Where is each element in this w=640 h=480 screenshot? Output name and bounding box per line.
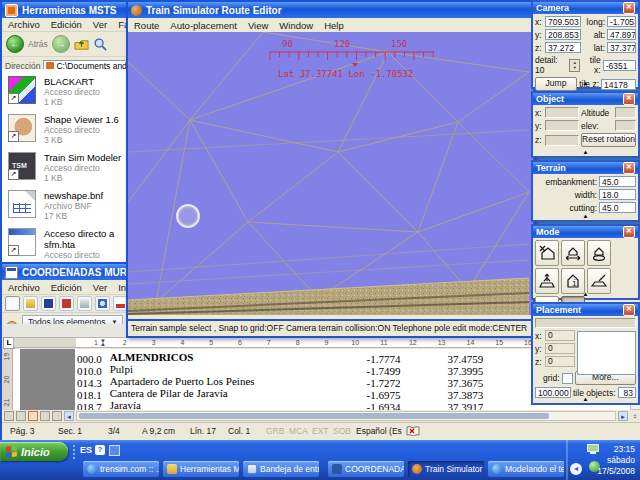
print-view-button[interactable] [28, 411, 38, 421]
camera-y-field[interactable]: 208.853 [545, 29, 581, 40]
terrain-panel-titlebar[interactable]: Terrain ✕ [533, 162, 638, 174]
embankment-field[interactable]: 45.0 [599, 176, 636, 187]
task-button-1[interactable]: trensim.com :: ... [83, 461, 159, 477]
menu-route[interactable]: Route [134, 20, 159, 31]
status-toggle-grb[interactable]: GRB [266, 426, 284, 436]
menu-ver[interactable]: Ver [93, 19, 107, 30]
camera-lat-field[interactable]: 37.37741 [607, 42, 636, 53]
table-row[interactable]: 018.7 Jaravía -1.6934 37.3917 [77, 399, 483, 410]
status-toggle-sob[interactable]: SOB [333, 426, 351, 436]
file-list-item[interactable]: ↗ BLACKART Acceso directo 1 KB [8, 76, 126, 107]
object-collapse-icon[interactable]: ▲ [533, 148, 638, 156]
reading-view-button[interactable] [52, 411, 62, 421]
placement-object-combo[interactable] [535, 318, 636, 328]
open-icon[interactable] [23, 296, 38, 311]
object-y-field[interactable] [545, 120, 579, 131]
reset-rotation-button[interactable]: Reset rotation [581, 133, 636, 147]
placement-object-list[interactable] [577, 331, 636, 375]
status-toggle-mca[interactable]: MCA [289, 426, 308, 436]
object-x-field[interactable] [545, 107, 579, 118]
status-language[interactable]: Español (Es [356, 426, 402, 436]
camera-x-field[interactable]: 709.503 [545, 16, 581, 27]
word-menu-ver[interactable]: Ver [93, 282, 107, 293]
camera-long-field[interactable]: -1.70532 [607, 16, 636, 27]
menu-auto-placement[interactable]: Auto-placement [170, 20, 237, 31]
placement-z-field[interactable]: 0 [545, 356, 575, 367]
word-menu-archivo[interactable]: Archivo [8, 282, 40, 293]
task-button-4[interactable]: COORDENADAS... [328, 461, 404, 477]
menu-edicion[interactable]: Edición [51, 19, 82, 30]
file-list-item[interactable]: ↗ Train Sim Modeler Acceso directo 1 KB [8, 152, 126, 183]
outline-view-button[interactable] [40, 411, 50, 421]
horizontal-scrollbar[interactable] [76, 411, 616, 421]
mail-icon[interactable] [59, 296, 74, 311]
close-icon[interactable]: ✕ [623, 304, 635, 316]
menu-archivo[interactable]: Archivo [8, 19, 40, 30]
print-icon[interactable] [77, 296, 92, 311]
hanging-indent-marker[interactable]: ▲ [100, 341, 106, 347]
scroll-right-icon[interactable]: ▸ [618, 411, 628, 421]
close-icon[interactable]: ✕ [623, 2, 635, 14]
tray-clock[interactable]: 23:15 sábado 17/5/2008 [583, 441, 638, 479]
word-menu-edicion[interactable]: Edición [51, 282, 82, 293]
terrain-collapse-icon[interactable]: ▲ [533, 212, 638, 220]
route-editor-viewport[interactable]: 90 120 150 Lat 37.37741 Lon -1.70532 [128, 32, 533, 315]
file-list-item[interactable]: ↗ Shape Viewer 1.6 Acceso directo 3 KB [8, 114, 126, 145]
web-view-button[interactable] [16, 411, 26, 421]
mode-rotate-object-button[interactable] [587, 240, 611, 266]
horizontal-scroll-thumb[interactable] [79, 413, 549, 419]
mode-panel-titlebar[interactable]: Mode ✕ [533, 226, 638, 238]
start-button[interactable]: Inicio [0, 442, 68, 461]
new-document-icon[interactable] [5, 296, 20, 311]
placement-collapse-icon[interactable]: ▲ [533, 395, 638, 403]
width-field[interactable]: 18.0 [599, 189, 636, 200]
mode-select-object-button[interactable] [535, 240, 559, 266]
language-indicator[interactable]: ES [80, 445, 92, 455]
camera-tilex-field[interactable]: -6351 [603, 60, 636, 71]
placement-x-field[interactable]: 0 [545, 330, 575, 341]
object-elev-field[interactable] [615, 120, 636, 131]
task-button-3[interactable]: Bandeja de entr... [243, 461, 319, 477]
back-icon[interactable]: ← [6, 35, 24, 53]
menu-view[interactable]: View [248, 20, 268, 31]
taskbar-handle[interactable] [73, 443, 75, 459]
task-button-2[interactable]: Herramientas M... [163, 461, 239, 477]
print-preview-icon[interactable] [95, 296, 110, 311]
detail-spinner[interactable]: ▲▼ [569, 59, 579, 72]
save-icon[interactable] [41, 296, 56, 311]
explorer-titlebar[interactable]: Herramientas MSTS [2, 2, 132, 18]
camera-alt-field[interactable]: 47.897 [607, 29, 636, 40]
back-label[interactable]: Atrás [28, 39, 48, 49]
tray-chevron-icon[interactable]: ◂ [570, 463, 582, 475]
placement-panel-titlebar[interactable]: Placement ✕ [533, 304, 638, 316]
grid-checkbox[interactable] [562, 373, 573, 384]
camera-panel-titlebar[interactable]: Camera ✕ [533, 2, 638, 14]
vertical-ruler[interactable]: 192021 [2, 349, 13, 410]
mode-move-object-button[interactable] [561, 240, 585, 266]
menu-help[interactable]: Help [324, 20, 344, 31]
close-icon[interactable]: ✕ [623, 162, 635, 174]
forward-icon[interactable]: → [52, 35, 70, 53]
close-icon[interactable]: ✕ [623, 93, 635, 105]
object-altitude-field[interactable] [615, 107, 636, 118]
camera-z-field[interactable]: 37.272 [545, 42, 581, 53]
language-options-icon[interactable] [109, 445, 120, 456]
task-button-6[interactable]: Modelando el te... [488, 461, 564, 477]
object-z-field[interactable] [545, 135, 579, 146]
up-folder-icon[interactable] [74, 37, 89, 52]
menu-window[interactable]: Window [279, 20, 313, 31]
mode-collapse-icon[interactable]: ▲ [533, 290, 638, 298]
route-editor-titlebar[interactable]: Train Simulator Route Editor [128, 2, 533, 18]
search-icon[interactable] [93, 37, 108, 52]
task-button-5[interactable]: Train Simulator ... [408, 461, 484, 477]
normal-view-button[interactable] [4, 411, 14, 421]
placement-y-field[interactable]: 0 [545, 343, 575, 354]
scroll-left-icon[interactable]: ◂ [64, 411, 74, 421]
close-icon[interactable]: ✕ [623, 226, 635, 238]
object-panel-titlebar[interactable]: Object ✕ [533, 93, 638, 105]
file-list-item[interactable]: ↗ newshape.bnf Archivo BNF 17 KB [8, 190, 126, 221]
status-toggle-ext[interactable]: EXT [312, 426, 329, 436]
split-handle-icon[interactable]: ‡ [630, 413, 640, 419]
language-help-icon[interactable]: ? [95, 445, 105, 455]
camera-collapse-icon[interactable]: ▲ [533, 79, 638, 87]
